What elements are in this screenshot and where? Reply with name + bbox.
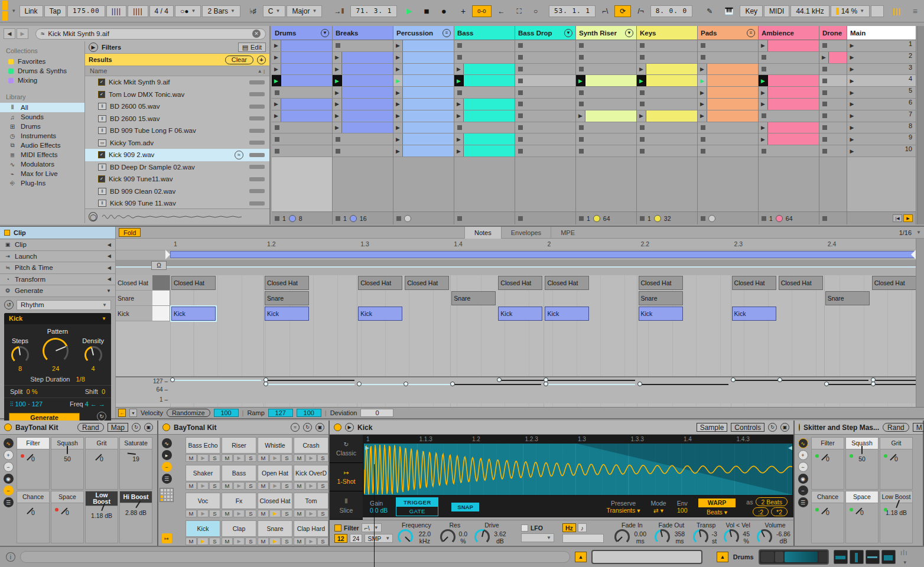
clip-slot[interactable]: ▶ (759, 75, 819, 87)
scene-launch-icon[interactable]: ▶ (847, 40, 857, 51)
clip-slot[interactable]: ▶ (393, 52, 454, 64)
pad-name[interactable]: Bass Echo (186, 437, 220, 454)
clip-slot[interactable] (819, 133, 847, 145)
midi-note[interactable]: Closed Hat (872, 276, 916, 290)
midi-note[interactable]: Closed Hat (498, 276, 542, 290)
param-value[interactable]: 45 % (740, 530, 752, 545)
track-header[interactable]: Breaks (333, 26, 393, 40)
scale-icon[interactable]: ♭♯ (244, 5, 262, 17)
track-menu-icon[interactable]: ≡ (443, 29, 451, 37)
macro-hi-boost[interactable]: Hi Boost2.88 dB (119, 491, 152, 543)
track-stop-button[interactable] (762, 216, 766, 221)
draw-mode-button[interactable]: ⛶ (512, 5, 527, 17)
clip-slot[interactable]: ▶ (333, 110, 393, 122)
midi-note[interactable]: Closed Hat (358, 276, 402, 290)
sidebar-item-sounds[interactable]: ♫Sounds (0, 112, 84, 122)
record-button[interactable]: ● (436, 5, 452, 17)
scene-launch-icon[interactable]: ▶ (847, 110, 857, 122)
clip-stop-icon[interactable] (822, 149, 827, 154)
clip-body[interactable] (646, 75, 697, 86)
param-fade-out[interactable]: Fade Out358 ms (655, 522, 688, 545)
scene-slot[interactable]: ▶6 (847, 99, 916, 110)
pad-mute-button[interactable]: M (186, 510, 197, 517)
map-macros-button[interactable]: Map (108, 423, 128, 432)
arrangement-view-toggle[interactable]: ≡ (907, 5, 923, 17)
loop-start-marker[interactable] (165, 250, 170, 259)
loop-mode-select[interactable]: ⇄ ▾ (650, 507, 666, 514)
follow-button[interactable]: →‖ (328, 5, 349, 17)
knob[interactable] (440, 529, 456, 545)
pad-play-button[interactable]: ▶ (269, 537, 281, 545)
midi-note[interactable]: Snare (451, 291, 496, 305)
velocity-point[interactable] (450, 382, 455, 386)
clip-launch-icon[interactable]: ▶ (698, 87, 707, 98)
clip-slot[interactable] (637, 145, 697, 157)
clip-stop-icon[interactable] (822, 79, 827, 83)
clip-slot[interactable] (819, 99, 847, 110)
mode-tab-1-shot[interactable]: ↦1-Shot (330, 463, 363, 491)
loop-length-field[interactable]: 8. 0. 0 (650, 5, 692, 17)
clip-slot[interactable] (515, 133, 575, 145)
scene-launch-icon[interactable]: ▶ (847, 64, 857, 75)
clip-launch-icon[interactable]: ▶ (759, 40, 768, 51)
pad-mute-button[interactable]: M (294, 454, 305, 462)
clip-body[interactable] (768, 75, 819, 86)
section-launch[interactable]: ⇥Launch◀ (0, 251, 115, 263)
pad-name[interactable]: Voc (186, 493, 220, 509)
macro-value[interactable]: 19 (132, 455, 139, 462)
clip-slot[interactable] (272, 133, 332, 145)
lfo-dest-select[interactable]: ▼ (521, 533, 554, 542)
clip-launch-icon[interactable]: ▶ (576, 75, 585, 86)
param-volume[interactable]: Volume-6.86 dB (757, 522, 793, 545)
drum-pad-tom[interactable]: TomM▶S (294, 493, 328, 519)
macro-value[interactable]: 0 (31, 455, 35, 462)
clip-stop-icon[interactable] (457, 125, 462, 130)
split-value[interactable]: 0 % (27, 388, 38, 395)
clip-body[interactable] (342, 110, 393, 122)
pad-play-button[interactable]: ▶ (269, 482, 281, 490)
clip-body[interactable] (464, 64, 515, 75)
drum-pad-snare[interactable]: SnareM▶S (258, 520, 292, 546)
pad-mute-button[interactable]: M (294, 537, 305, 545)
loop-brace[interactable] (170, 251, 916, 258)
pad-name[interactable]: Bass (222, 465, 256, 481)
pad-solo-button[interactable]: S (245, 537, 256, 545)
scene-launch-icon[interactable]: ▶ (847, 122, 857, 133)
device-thumb[interactable] (881, 550, 896, 564)
clip-slot[interactable]: ▶ (698, 64, 758, 76)
knob[interactable] (693, 529, 708, 545)
half-tempo-button[interactable]: :2 (753, 507, 769, 516)
clip-body[interactable] (342, 99, 393, 110)
track-header[interactable]: Keys (637, 26, 697, 40)
pad-solo-button[interactable]: S (245, 482, 256, 490)
editor-scrollbar[interactable] (916, 239, 924, 407)
clip-stop-icon[interactable] (822, 137, 827, 142)
clip-slot[interactable]: ▶ (333, 52, 393, 64)
track-header[interactable]: Drone (819, 26, 847, 40)
clip-launch-icon[interactable]: ▶ (759, 122, 768, 133)
track-header[interactable]: Ambience (759, 26, 819, 40)
clip-stop-icon[interactable] (518, 67, 523, 71)
clip-stop-icon[interactable] (640, 149, 645, 154)
clip-slot[interactable] (454, 122, 515, 134)
pad-mute-button[interactable]: M (186, 454, 197, 462)
device-thumb[interactable] (834, 550, 848, 564)
scale-menu[interactable]: Major▼ (287, 5, 322, 17)
clip-slot[interactable]: ▶ (333, 75, 393, 87)
clip-slot[interactable]: ▶ (393, 133, 454, 145)
gate-button[interactable]: GATE (396, 507, 438, 516)
filter-toggle[interactable] (334, 524, 341, 532)
file-row[interactable]: ⫴BD 2600 05.wav (85, 100, 269, 113)
lfo-toggle[interactable] (521, 524, 528, 532)
clip-body[interactable] (768, 87, 819, 98)
clip-slot[interactable]: ▶ (393, 40, 454, 52)
scene-slot[interactable]: ▶3 (847, 64, 916, 76)
randomize-icon[interactable]: ↻ (768, 423, 777, 432)
file-row[interactable]: ✓Kick 909 Tune11.wav (85, 173, 269, 185)
freq-arrows-icon[interactable]: ← → (90, 400, 105, 408)
filter-type-select[interactable]: ⌐\▼ (362, 523, 382, 532)
drum-pad-whistle[interactable]: WhistleM▶S (258, 437, 292, 464)
clip-body[interactable] (281, 110, 332, 122)
knob[interactable] (724, 529, 739, 545)
pad-play-button[interactable]: ▶ (269, 510, 281, 517)
